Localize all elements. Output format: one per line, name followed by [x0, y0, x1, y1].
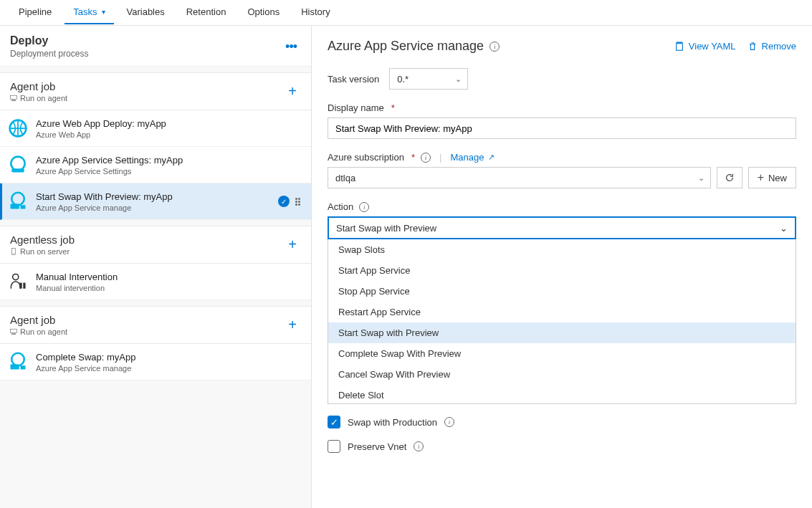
- stage-title: Deploy: [10, 34, 88, 47]
- task-subtitle: Manual intervention: [36, 284, 301, 292]
- task-azure-web-app-deploy[interactable]: Azure Web App Deploy: myApp Azure Web Ap…: [0, 110, 311, 147]
- azure-app-service-icon: [7, 154, 29, 176]
- task-title: Azure App Service Settings: myApp: [36, 155, 301, 166]
- svg-rect-12: [23, 283, 25, 289]
- svg-rect-6: [11, 204, 19, 209]
- azure-app-service-manage-icon: [7, 351, 29, 373]
- server-icon: [10, 248, 17, 255]
- add-task-button[interactable]: +: [284, 83, 301, 100]
- task-manual-intervention[interactable]: Manual Intervention Manual intervention: [0, 264, 311, 300]
- view-yaml-button[interactable]: View YAML: [674, 41, 736, 52]
- tab-variables[interactable]: Variables: [118, 1, 173, 24]
- dropdown-option[interactable]: Start App Service: [328, 260, 796, 281]
- task-subtitle: Azure App Service Settings: [36, 167, 301, 176]
- dropdown-option[interactable]: Delete Slot: [328, 385, 796, 404]
- panel-header: Azure App Service manage i View YAML Rem…: [328, 39, 796, 54]
- display-name-input[interactable]: [328, 118, 796, 139]
- button-label: New: [768, 173, 787, 183]
- job-header-agent-0[interactable]: Agent job Run on agent +: [0, 72, 311, 110]
- svg-point-5: [11, 193, 24, 206]
- dropdown-option[interactable]: Stop App Service: [328, 281, 796, 302]
- refresh-button[interactable]: [717, 167, 742, 188]
- dropdown-option[interactable]: Cancel Swap With Preview: [328, 364, 796, 385]
- task-subtitle: Azure Web App: [36, 130, 301, 139]
- tab-options[interactable]: Options: [239, 1, 288, 24]
- svg-rect-13: [11, 329, 17, 332]
- display-name-label: Display name: [328, 102, 384, 113]
- person-icon: [7, 271, 29, 292]
- job-header-agent-1[interactable]: Agent job Run on agent +: [0, 306, 311, 344]
- remove-button[interactable]: Remove: [747, 41, 796, 52]
- dropdown-option[interactable]: Complete Swap With Preview: [328, 343, 796, 364]
- action-select[interactable]: Start Swap with Preview ⌄: [328, 216, 796, 239]
- job-subtitle-text: Run on server: [20, 247, 70, 256]
- job-title: Agent job: [10, 80, 67, 92]
- divider: |: [439, 152, 441, 163]
- svg-rect-14: [11, 334, 16, 335]
- main-layout: Deploy Deployment process ••• Agent job …: [0, 26, 812, 508]
- check-badge-icon: ✓: [278, 196, 290, 207]
- info-icon[interactable]: i: [414, 441, 424, 451]
- chevron-down-icon: ⌄: [455, 75, 462, 84]
- drag-handle-icon[interactable]: [295, 198, 301, 206]
- chevron-down-icon: ⌄: [698, 173, 704, 183]
- agent-icon: [10, 328, 17, 335]
- tab-pipeline[interactable]: Pipeline: [10, 1, 60, 24]
- info-icon[interactable]: i: [444, 417, 454, 427]
- tab-history[interactable]: History: [292, 1, 338, 24]
- task-list-panel: Deploy Deployment process ••• Agent job …: [0, 26, 312, 508]
- svg-rect-17: [21, 365, 26, 369]
- svg-point-15: [11, 353, 24, 366]
- subscription-select[interactable]: dtlqa ⌄: [328, 167, 711, 188]
- task-title: Complete Swap: myApp: [36, 352, 301, 363]
- add-task-button[interactable]: +: [284, 317, 301, 333]
- svg-rect-16: [11, 365, 19, 370]
- azure-app-service-manage-icon: [7, 191, 29, 212]
- svg-rect-0: [11, 95, 17, 99]
- job-subtitle-text: Run on agent: [20, 327, 67, 336]
- chevron-down-icon: ⌄: [780, 223, 788, 234]
- new-subscription-button[interactable]: + New: [748, 167, 796, 188]
- svg-rect-1: [11, 100, 16, 101]
- job-subtitle: Run on server: [10, 247, 75, 256]
- task-title: Start Swap With Preview: myApp: [36, 191, 278, 202]
- tab-retention[interactable]: Retention: [178, 1, 235, 24]
- dropdown-option[interactable]: Start Swap with Preview: [328, 322, 796, 343]
- select-value: Start Swap with Preview: [336, 223, 436, 234]
- add-task-button[interactable]: +: [284, 236, 301, 253]
- chevron-down-icon: ▾: [102, 8, 105, 16]
- dropdown-option[interactable]: Restart App Service: [328, 302, 796, 322]
- link-label: Manage: [450, 152, 484, 163]
- dropdown-option[interactable]: Swap Slots: [328, 239, 796, 260]
- manage-link[interactable]: Manage ↗: [450, 152, 495, 163]
- svg-rect-4: [11, 168, 24, 172]
- task-app-service-settings[interactable]: Azure App Service Settings: myApp Azure …: [0, 147, 311, 183]
- job-header-agentless[interactable]: Agentless job Run on server +: [0, 226, 311, 264]
- job-subtitle: Run on agent: [10, 327, 67, 336]
- task-title: Azure Web App Deploy: myApp: [36, 118, 301, 129]
- swap-with-production-label: Swap with Production: [348, 417, 437, 428]
- svg-point-9: [13, 253, 14, 254]
- more-actions-button[interactable]: •••: [281, 39, 301, 54]
- info-icon[interactable]: i: [489, 42, 500, 52]
- info-icon[interactable]: i: [359, 202, 369, 212]
- subscription-label: Azure subscription: [328, 152, 404, 163]
- required-asterisk: *: [411, 152, 415, 163]
- task-title: Manual Intervention: [36, 272, 301, 282]
- tab-tasks[interactable]: Tasks▾: [65, 1, 113, 24]
- task-subtitle: Azure App Service manage: [36, 203, 278, 212]
- preserve-vnet-checkbox[interactable]: [328, 440, 340, 453]
- task-details-panel: Azure App Service manage i View YAML Rem…: [312, 26, 812, 508]
- svg-rect-11: [19, 283, 22, 289]
- select-value: 0.*: [397, 74, 409, 85]
- action-dropdown: Swap Slots Start App Service Stop App Se…: [328, 239, 796, 404]
- link-label: Remove: [762, 41, 796, 52]
- panel-title-text: Azure App Service manage: [328, 39, 484, 54]
- task-version-select[interactable]: 0.* ⌄: [389, 68, 468, 90]
- swap-with-production-checkbox[interactable]: ✓: [328, 416, 340, 428]
- task-complete-swap[interactable]: Complete Swap: myApp Azure App Service m…: [0, 344, 311, 380]
- job-subtitle-text: Run on agent: [20, 94, 67, 102]
- link-label: View YAML: [689, 41, 736, 52]
- info-icon[interactable]: i: [421, 153, 431, 163]
- task-start-swap-preview[interactable]: Start Swap With Preview: myApp Azure App…: [0, 183, 311, 220]
